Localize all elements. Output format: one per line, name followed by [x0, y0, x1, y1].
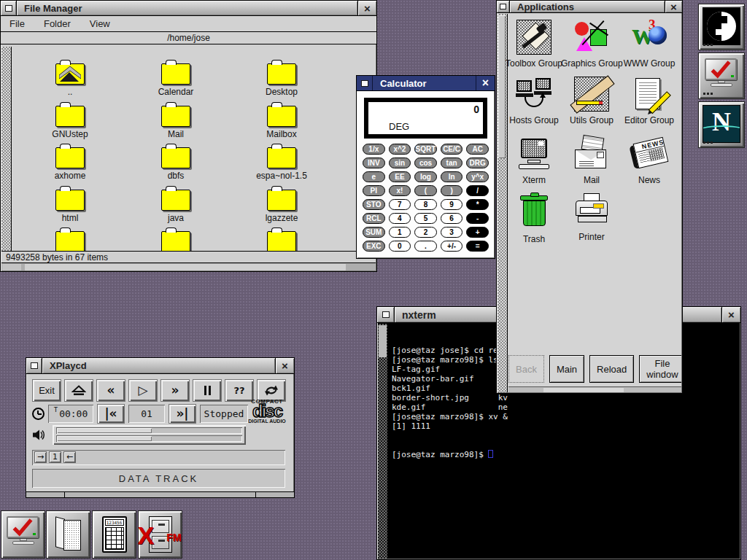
calc-key-log[interactable]: log [414, 171, 437, 182]
window-menu-button[interactable] [26, 358, 42, 373]
app-item-mail[interactable]: Mail [561, 136, 622, 185]
applications-titlebar[interactable]: Applications × [497, 1, 682, 13]
program-forward-button[interactable]: → [34, 451, 47, 463]
calc-key-ln[interactable]: ln [441, 171, 463, 182]
app-item-graphics[interactable]: Graphics Group [561, 20, 622, 69]
rewind-button[interactable]: « [96, 379, 125, 402]
calc-key-ac[interactable]: AC [466, 144, 489, 155]
window-menu-button[interactable] [377, 307, 395, 322]
terminal-scrollbar[interactable] [378, 324, 387, 559]
calc-key-2[interactable]: 2 [414, 227, 437, 238]
calc-key-[interactable]: + [466, 227, 489, 238]
close-button[interactable]: × [721, 307, 740, 322]
app-item-hosts[interactable]: Hosts Group [503, 77, 565, 125]
folder-item-partial[interactable] [234, 226, 329, 251]
calc-key-rcl[interactable]: RCL [363, 213, 385, 224]
calc-key-sin[interactable]: sin [389, 158, 411, 168]
eject-button[interactable] [64, 379, 93, 402]
calc-key-[interactable]: ) [441, 185, 463, 196]
calc-key-[interactable]: * [466, 199, 489, 210]
calc-key-7[interactable]: 7 [389, 199, 411, 210]
app-item-xterm[interactable]: Xterm [503, 136, 565, 185]
wharf-button-afterstep-logo[interactable] [698, 4, 745, 50]
dock-button-xv-monitor[interactable] [1, 510, 45, 559]
applications-horizontal-scrollbar[interactable] [508, 386, 681, 392]
folder-item[interactable]: GNUstep [23, 101, 117, 139]
menu-folder[interactable]: Folder [44, 18, 71, 31]
folder-item[interactable]: html [23, 184, 117, 223]
reload-button[interactable]: Reload [589, 355, 634, 383]
forward-button[interactable]: » [160, 379, 190, 402]
calc-key-pi[interactable]: PI [363, 185, 385, 196]
calc-key-1[interactable]: 1 [389, 227, 411, 238]
app-item-editor[interactable]: Editor Group [619, 77, 680, 125]
calc-key-sum[interactable]: SUM [363, 227, 385, 238]
window-menu-button[interactable] [497, 1, 510, 12]
scrollbar-thumb[interactable] [25, 264, 346, 271]
calc-key-ee[interactable]: EE [389, 171, 411, 182]
scrollbar-thumb[interactable] [543, 388, 624, 392]
play-button[interactable]: ▷ [128, 379, 158, 402]
folder-item[interactable]: dbfs [128, 142, 223, 181]
close-button[interactable]: × [476, 76, 495, 90]
main-button[interactable]: Main [549, 355, 584, 383]
back-button[interactable]: Back [508, 355, 544, 383]
calc-key-sqrt[interactable]: SQRT [414, 144, 437, 155]
calc-key-tan[interactable]: tan [441, 158, 463, 168]
volume-slider[interactable] [53, 425, 246, 445]
calc-key-cos[interactable]: cos [414, 158, 437, 168]
calc-key-5[interactable]: 5 [414, 213, 437, 224]
dock-button-xman-book[interactable] [46, 510, 90, 559]
calc-key-[interactable]: . [414, 241, 437, 252]
wharf-button-xv-monitor[interactable] [698, 52, 745, 99]
folder-item-partial[interactable] [128, 226, 223, 251]
calc-key-sto[interactable]: STO [363, 199, 385, 210]
calc-key-cec[interactable]: CE/C [441, 144, 463, 155]
close-button[interactable]: × [357, 1, 376, 15]
app-item-toolbox[interactable]: Toolbox Group [503, 20, 565, 69]
calc-key-exc[interactable]: EXC [363, 241, 385, 252]
calc-key-x[interactable]: x! [389, 185, 411, 196]
scrollbar-thumb[interactable] [379, 325, 387, 357]
prev-track-button[interactable]: |« [97, 404, 125, 424]
folder-item[interactable]: espa~nol-1.5 [234, 142, 329, 181]
volume-bar-left[interactable] [56, 427, 242, 434]
menu-view[interactable]: View [90, 18, 110, 31]
dock-button-xfm[interactable]: XFM [138, 510, 182, 559]
wharf-button-netscape[interactable]: N [698, 101, 745, 148]
fm-horizontal-scrollbar[interactable] [1, 262, 376, 271]
xplaycd-titlebar[interactable]: XPlaycd × [26, 358, 294, 374]
folder-item[interactable]: java [128, 184, 223, 223]
resize-handle[interactable] [26, 491, 294, 497]
calc-key-1x[interactable]: 1/x [363, 144, 385, 155]
window-menu-button[interactable] [357, 76, 373, 90]
app-item-utils[interactable]: Utils Group [561, 77, 622, 125]
calc-key-9[interactable]: 9 [441, 199, 463, 210]
calc-key-[interactable]: +/- [441, 241, 463, 252]
file-manager-titlebar[interactable]: File Manager × [1, 1, 376, 16]
calc-key-[interactable]: - [466, 213, 489, 224]
dock-button-xcalc[interactable]: 123456 [92, 510, 136, 559]
calc-key-drg[interactable]: DRG [466, 158, 489, 168]
app-item-www[interactable]: W3WWW Group [619, 20, 680, 69]
calc-key-6[interactable]: 6 [441, 213, 463, 224]
folder-item[interactable]: axhome [23, 142, 117, 181]
program-back-button[interactable]: ← [63, 451, 76, 463]
app-item-printer[interactable]: Printer [561, 193, 622, 242]
volume-bar-thumb[interactable] [57, 428, 152, 433]
calc-key-0[interactable]: 0 [389, 241, 411, 252]
file-window-button[interactable]: File window [639, 355, 681, 383]
calc-key-yx[interactable]: y^x [466, 171, 489, 182]
fm-vertical-scrollbar[interactable] [1, 47, 12, 251]
folder-item[interactable]: Mailbox [234, 101, 329, 139]
next-track-button[interactable]: »| [169, 404, 196, 424]
window-menu-button[interactable] [1, 1, 17, 15]
track-number-button[interactable]: 1 [49, 451, 61, 463]
calc-key-[interactable]: ( [414, 185, 437, 196]
calc-key-x2[interactable]: x^2 [389, 144, 411, 155]
calc-key-8[interactable]: 8 [414, 199, 437, 210]
folder-item[interactable]: .. [23, 58, 117, 97]
menu-file[interactable]: File [9, 18, 25, 31]
close-button[interactable]: × [275, 358, 294, 373]
calc-key-[interactable]: = [466, 241, 489, 252]
